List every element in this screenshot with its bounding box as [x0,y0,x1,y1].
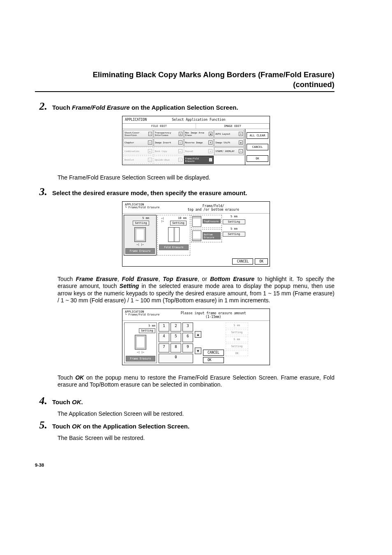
arrows-icon: →| |← [161,216,166,225]
key-1[interactable]: 1 [159,322,169,332]
cell-image-shift[interactable]: Image Shift▤ [214,138,244,147]
ghost-top-value: 5 mm [226,322,248,328]
cell-reverse-image[interactable]: Reverse ImageA [184,138,214,147]
fold-erasure-label: Fold Erasure [159,244,189,250]
bottom-erasure-panel[interactable]: Bottom Erasure [191,229,222,242]
step-2-number: 2. [35,100,47,113]
cell-sheet-cover[interactable]: Sheet/Cover Insertion▯ [123,130,153,138]
frame-erasure-label: Frame Erasure [126,356,155,362]
cell-transparency[interactable]: Transparency Interleave◫ [154,130,184,138]
breadcrumb: APPLICATION └ Frame/Fold Erasure [125,203,159,209]
step-3-text: Select the desired erasure mode, then sp… [52,189,334,196]
key-0[interactable]: 0 [159,354,193,363]
fold-icon [168,227,180,242]
cell-chapter[interactable]: Chapter▯ [123,138,153,147]
erasure-instructions: Touch Frame Erasure, Fold Erasure, Top E… [58,276,334,304]
cell-combination[interactable]: Combination⊞ [123,147,153,155]
arrow-down-button[interactable]: ▼ [195,348,201,354]
ok-button[interactable]: OK [255,258,268,265]
frame-setting-button[interactable]: Setting [133,221,149,226]
ok-button[interactable]: OK [247,155,268,162]
transparency-icon: ◫ [179,132,182,136]
arrow-up-button[interactable]: ▲ [195,331,201,338]
sheet-cover-icon: ▯ [148,132,152,136]
page-title: Eliminating Black Copy Marks Along Borde… [35,70,334,92]
key-2[interactable]: 2 [171,322,181,332]
non-image-icon: ▣ [209,132,212,136]
cell-auto-layout[interactable]: AUTO Layout⊞ [214,130,244,138]
ghost-ok: OK [226,350,248,356]
cancel-button[interactable]: CANCEL [232,258,253,265]
step-3: 3. Select the desired erasure mode, then… [35,186,334,198]
ok-button[interactable]: OK [203,357,224,363]
screen-title: Select Application Function [172,118,225,122]
upside-icon: ↕ [178,158,182,162]
frame-erasure-panel[interactable]: 5 mm Setting →| |← Frame Erasure [124,215,157,256]
key-9[interactable]: 9 [182,343,193,353]
step-4: 4. Touch OK. [35,395,334,407]
cell-repeat[interactable]: Repeat⊞ [184,147,214,155]
key-3[interactable]: 3 [182,322,193,332]
fold-erasure-panel[interactable]: →| |← 10 mm Setting Fold Erasure [157,215,190,256]
cell-booklet[interactable]: Booklet▭ [123,156,153,164]
all-clear-button[interactable]: ALL CLEAR [247,132,268,139]
numeric-keypad: 1 2 3 4 5 6 7 8 9 0 [159,322,193,363]
key-4[interactable]: 4 [159,333,169,342]
key-6[interactable]: 6 [182,333,193,342]
page-number: 9-38 [35,463,334,467]
bottom-value: 5 mm [223,227,245,230]
fold-setting-button[interactable]: Setting [170,221,187,226]
step-5-result: The Basic Screen will be restored. [58,435,334,442]
image-insert-icon: ▯ [178,140,182,145]
chapter-icon: ▯ [148,140,152,145]
keypad-result-text: Touch OK on the popup menu to restore th… [58,374,334,389]
breadcrumb: APPLICATION [125,118,147,122]
step-2-text: Touch Frame/Fold Erasure on the Applicat… [52,104,334,111]
key-5[interactable]: 5 [171,333,181,342]
top-erasure-panel[interactable]: TopErasure [191,215,222,228]
cell-stamp-overlay[interactable]: STAMP/ OVERLAY✎ [214,147,244,155]
title-line1: Eliminating Black Copy Marks Along Borde… [93,70,334,79]
step-4-number: 4. [35,395,47,407]
cell-image-insert[interactable]: Image Insert▯ [154,138,184,147]
step-5-number: 5. [35,419,47,431]
screen-title: Frame/Fold/ top and /or bottom erasure [159,204,267,212]
booklet-icon: ▭ [148,158,152,162]
reverse-icon: A [208,140,212,145]
cancel-button[interactable]: CANCEL [203,350,224,356]
book-copy-icon: ▭ [178,149,182,153]
cell-book-copy[interactable]: Book Copy▭ [154,147,184,155]
repeat-icon: ⊞ [208,149,212,153]
combination-icon: ⊞ [148,149,152,153]
stamp-icon: ✎ [239,149,243,153]
application-selection-screenshot: APPLICATION Select Application Function … [122,116,270,165]
ghost-bottom-setting: Setting [226,343,248,349]
key-7[interactable]: 7 [159,343,169,353]
cell-non-image[interactable]: Non Image Area Erase▣ [184,130,214,138]
ghost-bottom-value: 5 mm [226,336,248,342]
auto-layout-icon: ⊞ [239,132,243,136]
bottom-setting-button[interactable]: Setting [223,232,245,237]
tab-file-edit[interactable]: FILE EDIT [122,124,196,129]
breadcrumb: APPLICATION └ Frame/Fold Erasure [125,311,159,316]
step-4-text: Touch OK. [52,398,334,405]
bottom-icon [192,230,201,241]
arrows-icon: →| |← [137,350,144,353]
bottom-erasure-label: Bottom Erasure [203,232,221,240]
cell-upside-down[interactable]: Upside-down↕ [154,156,184,164]
top-setting-button[interactable]: Setting [223,219,245,224]
cancel-button[interactable]: CANCEL [247,144,268,150]
frame-fold-selection-screenshot: APPLICATION └ Frame/Fold Erasure Frame/F… [122,201,270,267]
arrows-icon: →| |← [136,243,144,246]
fold-value: 10 mm [178,216,187,220]
frame-icon [135,335,146,350]
ghost-top-setting: Setting [226,329,248,335]
title-line2: (continued) [293,80,334,89]
keypad-screenshot: APPLICATION └ Frame/Fold Erasure Please … [122,309,270,365]
cell-frame-fold-erasure[interactable]: Frame/Fold Erasure▯ [184,156,214,164]
key-8[interactable]: 8 [171,343,181,353]
step-5: 5. Touch OK on the Application Selection… [35,419,334,431]
frame-icon [134,227,146,242]
frame-setting-button[interactable]: Setting [139,328,155,333]
tab-image-edit[interactable]: IMAGE EDIT [196,124,270,129]
